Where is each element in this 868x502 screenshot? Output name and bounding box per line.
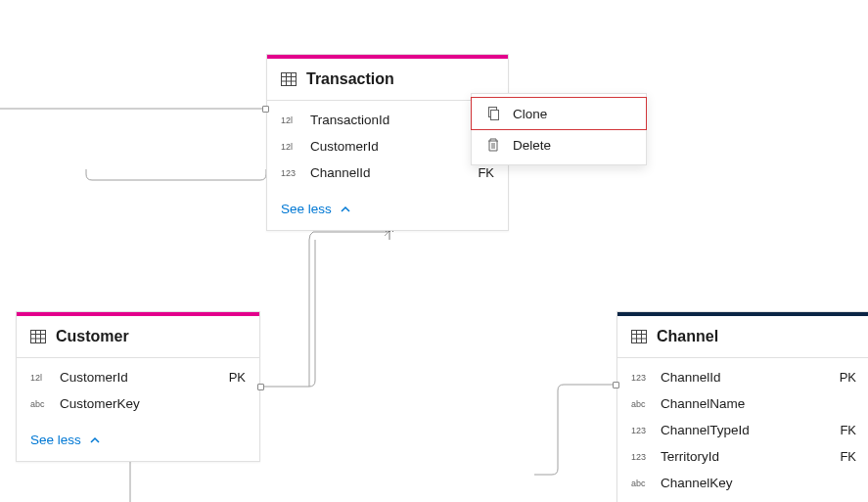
svg-rect-6 <box>491 111 499 120</box>
connector-anchor[interactable] <box>262 106 269 113</box>
column-row[interactable]: 12l CustomerId PK <box>17 364 259 390</box>
entity-body: 123 ChannelId PK abc ChannelName 123 Cha… <box>617 358 868 502</box>
see-less-toggle[interactable]: See less <box>17 423 259 461</box>
menu-item-clone[interactable]: Clone <box>471 97 647 130</box>
type-badge: 12l <box>30 373 50 383</box>
column-name: CustomerId <box>60 370 219 385</box>
entity-customer[interactable]: Customer 12l CustomerId PK abc CustomerK… <box>16 311 260 462</box>
type-badge: 123 <box>281 168 300 178</box>
menu-item-delete[interactable]: Delete <box>472 129 646 160</box>
entity-title: Transaction <box>306 70 394 88</box>
entity-body: 12l CustomerId PK abc CustomerKey <box>17 358 259 423</box>
type-badge: abc <box>631 399 651 409</box>
key-badge: PK <box>229 370 246 385</box>
type-badge: 12l <box>281 142 300 152</box>
column-row[interactable]: 123 ChannelId PK <box>617 364 868 390</box>
connector-anchor[interactable] <box>257 384 264 390</box>
type-badge: 123 <box>631 373 651 383</box>
entity-title: Customer <box>56 328 129 345</box>
connector-anchor[interactable] <box>613 382 619 388</box>
trash-icon <box>485 137 501 153</box>
column-row[interactable]: abc ChannelName <box>617 390 868 417</box>
column-name: ChannelTypeId <box>661 423 830 437</box>
column-name: ChannelName <box>661 396 846 411</box>
column-name: TransactionId <box>310 113 484 127</box>
table-icon <box>30 330 46 343</box>
chevron-up-icon <box>89 434 101 446</box>
column-row[interactable]: abc CustomerKey <box>17 390 259 417</box>
key-badge: FK <box>840 423 856 437</box>
svg-rect-12 <box>632 331 647 343</box>
table-icon <box>631 330 647 343</box>
chevron-up-icon <box>340 204 351 215</box>
see-less-toggle[interactable]: See less <box>267 192 508 230</box>
svg-rect-0 <box>282 73 297 86</box>
svg-rect-7 <box>31 331 46 343</box>
type-badge: abc <box>631 479 651 488</box>
entity-channel[interactable]: Channel 123 ChannelId PK abc ChannelName… <box>617 311 868 502</box>
key-badge: PK <box>840 370 856 385</box>
type-badge: 123 <box>631 452 651 462</box>
column-name: TerritoryId <box>661 449 830 464</box>
column-row[interactable]: abc ChannelKey <box>617 470 868 496</box>
type-badge: abc <box>30 399 50 409</box>
key-badge: FK <box>840 449 856 464</box>
column-name: CustomerId <box>310 139 484 154</box>
type-badge: 123 <box>631 426 651 435</box>
key-badge: FK <box>478 165 494 180</box>
see-less-label: See less <box>30 433 81 447</box>
copy-icon <box>485 106 501 121</box>
entity-header: Customer <box>17 316 259 358</box>
column-name: ChannelId <box>661 370 830 385</box>
column-name: ChannelId <box>310 165 468 180</box>
column-name: ChannelKey <box>661 476 846 490</box>
entity-title: Channel <box>657 328 718 345</box>
column-row[interactable]: 123 TerritoryId FK <box>617 443 868 470</box>
column-row[interactable]: 123 ChannelTypeId FK <box>617 417 868 443</box>
context-menu: Clone Delete <box>471 93 647 165</box>
see-less-label: See less <box>281 202 332 216</box>
column-name: CustomerKey <box>60 396 236 411</box>
entity-header: Channel <box>617 316 868 358</box>
menu-item-label: Clone <box>513 107 547 121</box>
menu-item-label: Delete <box>513 138 551 153</box>
type-badge: 12l <box>281 115 300 125</box>
table-icon <box>281 72 297 86</box>
